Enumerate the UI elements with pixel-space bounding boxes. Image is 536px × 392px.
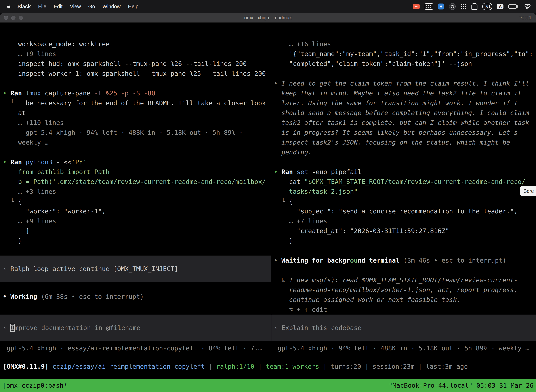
text-run: › [3, 324, 10, 331]
menu-item-window[interactable]: Window [99, 4, 124, 9]
terminal-line: cat "$OMX_TEAM_STATE_ROOT/team/review-cu… [271, 177, 536, 187]
screen-share-tooltip: Scre [520, 186, 536, 196]
terminal-line: task2 after task1 is complete, but can I… [271, 118, 536, 128]
menu-item-edit[interactable]: Edit [50, 4, 66, 9]
text-run: python3 [22, 159, 52, 166]
text-run: … +16 lines [274, 40, 331, 48]
ghost-icon[interactable] [471, 3, 478, 10]
text-run: is in progress? It seems likely but perh… [274, 129, 518, 136]
apple-menu-icon[interactable] [7, 4, 11, 9]
terminal-line [0, 282, 271, 292]
dark-app-icon[interactable] [449, 3, 456, 10]
terminal-line: • Working (6m 38s • esc to interrupt) [0, 292, 271, 302]
text-run: inspect_hud: omx sparkshell --tmux-pane … [3, 60, 247, 67]
terminal-line: … +3 lines [0, 187, 271, 196]
terminal-line: └ be necessary for the end of the README… [0, 98, 271, 108]
terminal-line: • I need to get the claim token from the… [271, 79, 536, 88]
text-run: mprove documentation in @filename [14, 324, 140, 331]
battery-icon[interactable] [508, 4, 518, 9]
text-run: Waiting for backgr [281, 257, 350, 264]
terminal-line: inspect_hud: omx sparkshell --tmux-pane … [0, 59, 271, 69]
terminal-line: • Ran tmux capture-pane -t %25 -p -S -80 [0, 88, 271, 98]
text-run: ] [3, 227, 29, 234]
terminal-line: should send a message before completing … [271, 108, 536, 118]
terminal-line [271, 246, 536, 256]
text-run: | [415, 363, 426, 370]
input-source-icon[interactable]: A [497, 4, 503, 9]
text-run: [OMX#0.11.9] [3, 363, 48, 370]
prompt-band[interactable]: › Improve documentation in @filename [0, 315, 271, 341]
text-run: later. Using the same for transition mig… [274, 99, 518, 107]
left-pane[interactable]: workspace_mode: worktree … +9 lines insp… [0, 36, 271, 356]
text-run: continue assigned work or next feasible … [274, 296, 460, 303]
text-run: "subject": "send a concise recommendatio… [274, 208, 518, 215]
keyboard-icon[interactable] [425, 3, 433, 10]
prompt-band[interactable]: › Ralph loop active continue [OMX_TMUX_I… [0, 256, 271, 282]
text-run: tasks/task-2.json" [274, 188, 358, 195]
right-pane[interactable]: … +16 lines '{"team_name":"my-team","tas… [271, 36, 536, 356]
text-run: from pathlib import Path [3, 168, 110, 175]
menu-app-name[interactable]: Slack [14, 4, 34, 9]
menu-item-view[interactable]: View [66, 4, 85, 9]
terminal-line: p = Path('.omx/state/team/review-current… [0, 177, 271, 187]
terminal-line: └ { [0, 196, 271, 206]
text-run: I [10, 324, 14, 332]
terminal-line: from pathlib import Path [0, 167, 271, 177]
terminal-line [0, 147, 271, 157]
tmux-status-bar: [omx-cczip0:bash* "MacBook-Pro-44.local"… [0, 379, 536, 392]
text-run: Explain this codebase [281, 324, 361, 331]
terminal-line: workspace_mode: worktree [0, 39, 271, 49]
terminal-line: keep that in mind. Maybe I also need the… [271, 88, 536, 98]
recording-indicator[interactable] [413, 4, 420, 9]
text-run: Ran [10, 159, 22, 166]
text-run: ou [350, 257, 358, 264]
terminal-line: '{"team_name":"my-team","task_id":"1","f… [271, 49, 536, 59]
gauge-icon[interactable]: .61 [482, 3, 492, 10]
terminal-line: • Waiting for background terminal (3m 46… [271, 256, 536, 265]
text-run: | [205, 363, 216, 370]
text-run: 'PY' [72, 159, 87, 166]
text-run: Ran [281, 168, 293, 175]
terminal-line [0, 246, 271, 256]
terminal-line: ⌥ + ↑ edit [271, 305, 536, 315]
text-run: ralph:1/10 [216, 363, 254, 370]
window-titlebar[interactable]: omx --xhigh --madmax ⌥⌘1 [0, 13, 536, 23]
text-run: task2 after task1 is complete, but can I… [274, 119, 529, 126]
terminal-line [271, 265, 536, 275]
dots-grid-icon[interactable] [460, 4, 467, 9]
terminal-line: continue assigned work or next feasible … [271, 295, 536, 305]
pane-divider-horizontal[interactable] [0, 356, 536, 356]
text-run: should send a message before completing … [274, 109, 529, 117]
text-run: | [319, 363, 330, 370]
text-run: Ralph loop active continue [OMX_TMUX_INJ… [10, 265, 178, 272]
wifi-icon[interactable] [523, 4, 531, 9]
terminal-line: • Ran set -euo pipefail [271, 167, 536, 177]
terminal-line [0, 79, 271, 88]
terminal-line: is in progress? It seems likely but perh… [271, 128, 536, 138]
tmux-host-clock: "MacBook-Pro-44.local" 05:03 31-Mar-26 [389, 382, 534, 389]
menu-item-file[interactable]: File [34, 4, 50, 9]
prompt-band[interactable]: › Explain this codebase [271, 315, 536, 341]
text-run: cat [274, 178, 304, 185]
menu-status-icons: .61 A [413, 3, 531, 10]
terminal-line: ] [0, 226, 271, 236]
text-run: "$OMX_TEAM_STATE_ROOT/team/review-curren… [304, 178, 525, 185]
menu-item-go[interactable]: Go [85, 4, 99, 9]
text-run: gpt-5.4 xhigh · 94% left · 488K in · 5.1… [3, 129, 243, 136]
terminal-line: "completed","claim_token":"claim-token"}… [271, 59, 536, 69]
text-run: '{"team_name":"my-team","task_id":"1","f… [274, 50, 533, 57]
text-run: at [3, 109, 26, 117]
text-run: "created_at": "2026-03-31T11:59:27.816Z" [274, 227, 449, 234]
text-run: { [18, 198, 22, 205]
text-run: team:1 workers [266, 363, 319, 370]
tmux-session-window[interactable]: [omx-cczip0:bash* [2, 382, 67, 389]
text-run: tmux [22, 89, 41, 97]
text-run: … +110 lines [3, 119, 64, 126]
blue-app-icon[interactable] [438, 4, 444, 9]
terminal-line: gpt-5.4 xhigh · 94% left · 488K in · 5.1… [0, 128, 271, 138]
text-run: p = Path('.omx/state/team/review-current… [3, 178, 266, 185]
text-run: • [274, 80, 281, 87]
menu-item-help[interactable]: Help [124, 4, 142, 9]
terminal-line: gpt-5.4 xhigh · essay/ai-reimplementatio… [0, 343, 271, 353]
terminal-line: └ { [271, 196, 536, 206]
